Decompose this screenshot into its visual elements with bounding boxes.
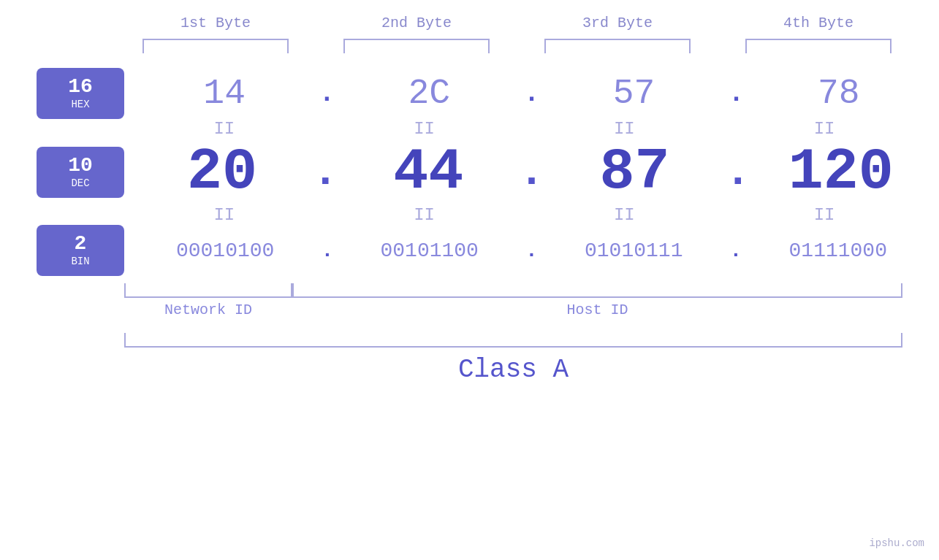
byte-header-1: 1st Byte: [135, 15, 296, 31]
bracket-top-3: [544, 39, 691, 53]
bottom-section: Network ID Host ID: [0, 283, 939, 318]
bin-dot-2: .: [525, 239, 538, 262]
hex-label: 16 HEX: [37, 68, 124, 119]
dec-values: 20 . 44 . 87 . 120: [124, 139, 939, 205]
equals-2-3: II: [544, 205, 704, 225]
class-row: Class A: [0, 333, 939, 385]
bottom-brackets: [124, 283, 902, 298]
byte-headers: 1st Byte 2nd Byte 3rd Byte 4th Byte: [115, 15, 919, 31]
equals-1-2: II: [344, 119, 505, 139]
network-bracket: [124, 283, 292, 298]
byte-header-2: 2nd Byte: [336, 15, 497, 31]
equals-row-2: II II II II: [0, 205, 939, 225]
id-labels-row: Network ID Host ID: [124, 302, 902, 318]
bin-base-name: BIN: [71, 256, 89, 267]
dec-byte-4: 120: [761, 139, 921, 205]
hex-base-number: 16: [68, 77, 93, 97]
class-label: Class A: [124, 355, 902, 385]
host-bracket: [292, 283, 902, 298]
hex-byte-2: 2C: [349, 74, 509, 113]
equals-1-3: II: [544, 119, 704, 139]
class-bracket: [124, 333, 902, 348]
equals-2-2: II: [344, 205, 505, 225]
bracket-top-4: [745, 39, 892, 53]
bin-values: 00010100 . 00101100 . 01010111 . 0111100…: [124, 239, 939, 262]
equals-2-4: II: [744, 205, 905, 225]
bin-dot-3: .: [730, 239, 742, 262]
bin-byte-4: 01111000: [758, 239, 919, 262]
bracket-top-2: [343, 39, 490, 53]
bin-base-number: 2: [75, 234, 87, 254]
hex-row: 16 HEX 14 . 2C . 57 . 78: [0, 68, 939, 119]
main-container: 1st Byte 2nd Byte 3rd Byte 4th Byte 16 H…: [0, 0, 939, 560]
dec-base-number: 10: [68, 156, 93, 176]
equals-1-1: II: [144, 119, 305, 139]
network-id-label: Network ID: [124, 302, 292, 318]
hex-byte-3: 57: [554, 74, 715, 113]
bin-byte-1: 00010100: [145, 239, 305, 262]
bin-label: 2 BIN: [37, 225, 124, 276]
equals-2-1: II: [144, 205, 305, 225]
bin-row: 2 BIN 00010100 . 00101100 . 01010111 . 0…: [0, 225, 939, 276]
equals-1-4: II: [744, 119, 905, 139]
bracket-top-1: [142, 39, 289, 53]
bin-byte-2: 00101100: [349, 239, 510, 262]
dec-dot-2: .: [518, 147, 544, 197]
dec-dot-1: .: [312, 147, 338, 197]
dec-row: 10 DEC 20 . 44 . 87 . 120: [0, 139, 939, 205]
hex-byte-1: 14: [144, 74, 305, 113]
top-brackets: [115, 39, 919, 53]
dec-base-name: DEC: [71, 177, 89, 189]
byte-header-3: 3rd Byte: [537, 15, 698, 31]
hex-base-name: HEX: [71, 99, 89, 110]
host-id-label: Host ID: [292, 302, 902, 318]
hex-values: 14 . 2C . 57 . 78: [124, 74, 939, 113]
hex-dot-1: .: [319, 79, 335, 109]
hex-dot-2: .: [524, 79, 540, 109]
dec-byte-1: 20: [142, 139, 303, 205]
byte-header-4: 4th Byte: [738, 15, 899, 31]
dec-byte-3: 87: [555, 139, 715, 205]
hex-dot-3: .: [729, 79, 745, 109]
bin-dot-1: .: [322, 239, 334, 262]
dec-dot-3: .: [725, 147, 751, 197]
dec-byte-2: 44: [348, 139, 509, 205]
hex-byte-4: 78: [759, 74, 919, 113]
watermark: ipshu.com: [869, 537, 924, 549]
dec-label: 10 DEC: [37, 147, 124, 198]
equals-row-1: II II II II: [0, 119, 939, 139]
bin-byte-3: 01010111: [553, 239, 714, 262]
